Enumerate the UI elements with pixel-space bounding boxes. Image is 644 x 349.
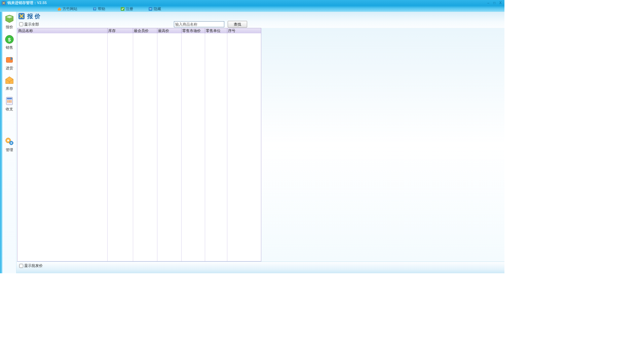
empty-area xyxy=(261,28,505,261)
sidebar-item-stock[interactable]: 库存 xyxy=(3,75,16,91)
register-icon xyxy=(120,7,125,11)
search-input[interactable] xyxy=(174,21,224,27)
show-wholesale-label: 显示批发价 xyxy=(24,263,43,268)
app-title: 钱来进销存管理：V2.55 xyxy=(7,0,47,5)
show-all-checkbox[interactable] xyxy=(19,22,23,26)
svg-point-20 xyxy=(10,142,12,144)
menu-register-label: 注册 xyxy=(126,6,133,11)
sidebar-item-sales[interactable]: $ 销售 xyxy=(3,34,16,50)
home-icon xyxy=(57,7,62,11)
page-title: 报 价 xyxy=(27,12,40,20)
help-icon: ? xyxy=(92,7,97,11)
sidebar-finance-label: 收支 xyxy=(6,107,13,112)
sidebar-item-finance[interactable]: 收支 xyxy=(3,96,16,112)
svg-rect-16 xyxy=(10,102,11,103)
purchase-icon xyxy=(4,55,14,65)
menu-bar: 方竹网站 ? 帮助 注册 隐藏 xyxy=(0,6,504,12)
svg-rect-10 xyxy=(7,98,12,100)
sales-icon: $ xyxy=(4,34,14,44)
menu-hide[interactable]: 隐藏 xyxy=(148,6,161,11)
show-wholesale-checkbox[interactable] xyxy=(19,264,23,268)
sidebar-item-manage[interactable]: 管理 xyxy=(3,137,16,152)
menu-register[interactable]: 注册 xyxy=(120,6,133,11)
col-seq[interactable]: 序号 xyxy=(227,28,246,33)
price-table: 商品名称 库存 最会员价 最高价 零售市场价 零售单位 序号 xyxy=(17,28,261,261)
sidebar-purchase-label: 进货 xyxy=(6,66,13,71)
stock-icon xyxy=(4,75,14,85)
svg-point-18 xyxy=(7,139,9,141)
sidebar: 报价 $ 销售 进货 库存 xyxy=(2,12,16,273)
table-body xyxy=(17,33,261,261)
sidebar-quote-label: 报价 xyxy=(6,25,13,30)
menu-hide-label: 隐藏 xyxy=(154,6,161,11)
menu-site-label: 方竹网站 xyxy=(63,6,77,11)
sidebar-manage-label: 管理 xyxy=(6,147,13,152)
maximize-button[interactable]: □ xyxy=(492,1,497,5)
col-member-price[interactable]: 最会员价 xyxy=(133,28,157,33)
app-icon xyxy=(1,1,6,5)
svg-rect-5 xyxy=(150,8,152,9)
show-all-checkbox-wrap[interactable]: 显示全部 xyxy=(19,22,39,27)
svg-rect-12 xyxy=(9,100,10,101)
menu-help[interactable]: ? 帮助 xyxy=(92,6,105,11)
menu-site[interactable]: 方竹网站 xyxy=(57,6,77,11)
filter-row: 显示全部 查找 xyxy=(16,21,504,28)
page-header-icon xyxy=(18,12,25,20)
svg-rect-11 xyxy=(7,100,8,101)
sidebar-sales-label: 销售 xyxy=(6,45,13,50)
col-product-name[interactable]: 商品名称 xyxy=(17,28,108,33)
minimize-button[interactable]: – xyxy=(486,1,491,5)
svg-text:?: ? xyxy=(94,7,96,11)
window-left-edge xyxy=(0,12,2,273)
table-header-row: 商品名称 库存 最会员价 最高价 零售市场价 零售单位 序号 xyxy=(17,28,261,33)
sidebar-item-purchase[interactable]: 进货 xyxy=(3,55,16,71)
close-button[interactable]: X xyxy=(498,1,503,5)
page-header: 报 价 xyxy=(16,12,504,21)
show-wholesale-checkbox-wrap[interactable]: 显示批发价 xyxy=(19,263,43,268)
svg-rect-15 xyxy=(9,102,10,103)
sidebar-stock-label: 库存 xyxy=(6,86,13,91)
bottom-panel: 显示批发价 xyxy=(16,261,504,273)
sidebar-item-quote[interactable]: 报价 xyxy=(3,14,16,30)
col-highest-price[interactable]: 最高价 xyxy=(157,28,182,33)
hide-icon xyxy=(148,7,153,11)
menu-help-label: 帮助 xyxy=(98,6,105,11)
svg-rect-13 xyxy=(10,100,11,101)
svg-rect-14 xyxy=(7,102,8,103)
main-panel: 报 价 显示全部 查找 商品名称 库存 最会员价 xyxy=(16,12,504,273)
app-window: 钱来进销存管理：V2.55 – □ X 方竹网站 ? 帮助 注册 隐藏 xyxy=(0,0,504,273)
show-all-label: 显示全部 xyxy=(24,22,39,27)
col-retail-market[interactable]: 零售市场价 xyxy=(182,28,205,33)
title-bar: 钱来进销存管理：V2.55 – □ X xyxy=(0,0,504,6)
quote-icon xyxy=(4,14,14,24)
col-stock[interactable]: 库存 xyxy=(108,28,133,33)
finance-icon xyxy=(4,96,14,106)
col-retail-unit[interactable]: 零售单位 xyxy=(205,28,227,33)
svg-text:$: $ xyxy=(8,37,11,42)
search-button[interactable]: 查找 xyxy=(228,21,247,28)
manage-icon xyxy=(4,137,14,147)
